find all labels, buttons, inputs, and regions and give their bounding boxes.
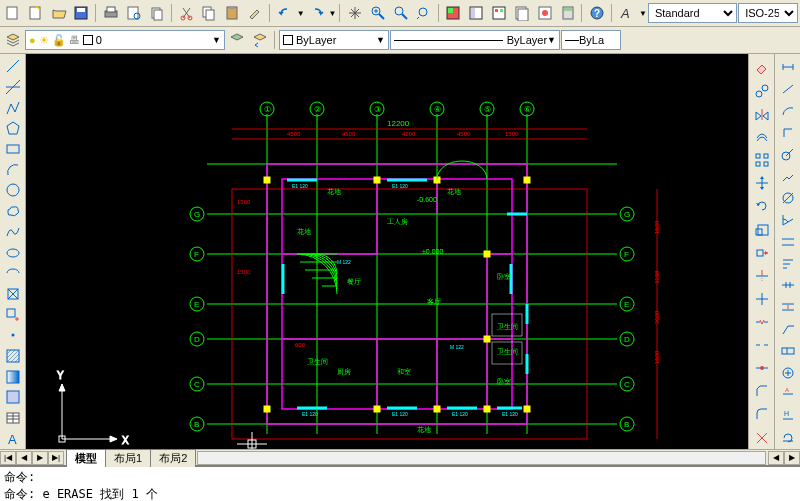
stretch-tool[interactable] (751, 242, 773, 263)
polygon-tool[interactable] (2, 119, 24, 138)
save-button[interactable] (70, 2, 92, 24)
markup-button[interactable] (534, 2, 556, 24)
match-button[interactable] (244, 2, 266, 24)
dim-linear-tool[interactable] (777, 57, 799, 77)
make-block-tool[interactable] (2, 305, 24, 324)
dim-quick-tool[interactable] (777, 232, 799, 252)
insert-block-tool[interactable] (2, 285, 24, 304)
tab-prev-button[interactable]: ◀ (16, 451, 32, 465)
zoom-prev-button[interactable] (413, 2, 435, 24)
dim-jogged-tool[interactable] (777, 166, 799, 186)
chamfer-tool[interactable] (751, 381, 773, 402)
lineweight-combo[interactable]: ByLa (561, 30, 621, 50)
array-tool[interactable] (751, 150, 773, 171)
tolerance-tool[interactable] (777, 341, 799, 361)
tool-palette-button[interactable] (488, 2, 510, 24)
move-tool[interactable] (751, 173, 773, 194)
linetype-dropdown-arrow[interactable]: ▼ (547, 35, 556, 45)
ellipse-arc-tool[interactable] (2, 264, 24, 283)
point-tool[interactable] (2, 326, 24, 345)
undo-dropdown[interactable]: ▼ (297, 9, 305, 18)
gradient-tool[interactable] (2, 367, 24, 386)
text-style-combo[interactable]: Standard (648, 3, 737, 23)
undo-button[interactable] (274, 2, 296, 24)
trim-tool[interactable] (751, 265, 773, 286)
new-button[interactable] (25, 2, 47, 24)
dim-ordinate-tool[interactable] (777, 122, 799, 142)
dim-continue-tool[interactable] (777, 275, 799, 295)
fillet-tool[interactable] (751, 404, 773, 425)
publish-button[interactable] (146, 2, 168, 24)
sheet-set-button[interactable] (511, 2, 533, 24)
open-button[interactable] (48, 2, 70, 24)
dim-baseline-tool[interactable] (777, 253, 799, 273)
properties-button[interactable] (443, 2, 465, 24)
preview-button[interactable] (123, 2, 145, 24)
spline-tool[interactable] (2, 223, 24, 242)
command-window[interactable]: 命令: 命令: e ERASE 找到 1 个 (0, 465, 800, 501)
dim-aligned-tool[interactable] (777, 79, 799, 99)
hatch-tool[interactable] (2, 347, 24, 366)
extend-tool[interactable] (751, 288, 773, 309)
erase-tool[interactable] (751, 57, 773, 78)
dim-arc-tool[interactable] (777, 101, 799, 121)
calc-button[interactable] (557, 2, 579, 24)
layer-prev-button[interactable] (249, 29, 271, 51)
mtext-tool[interactable]: A (2, 429, 24, 448)
ellipse-tool[interactable] (2, 243, 24, 262)
zoom-realtime-button[interactable] (367, 2, 389, 24)
model-viewport[interactable]: 12200 ① ② ③ ④ ⑤ ⑥ G F E D C B G F E D C … (26, 54, 748, 449)
dim-edit-tool[interactable]: A (777, 384, 799, 404)
hscroll-right[interactable]: ▶ (784, 451, 800, 465)
paste-button[interactable] (221, 2, 243, 24)
revcloud-tool[interactable] (2, 202, 24, 221)
color-combo[interactable]: ByLayer ▼ (279, 30, 389, 50)
mirror-tool[interactable] (751, 103, 773, 124)
break-at-tool[interactable] (751, 335, 773, 356)
color-dropdown-arrow[interactable]: ▼ (376, 35, 385, 45)
dim-style-combo[interactable]: ISO-25 (738, 3, 798, 23)
line-tool[interactable] (2, 57, 24, 76)
dim-diameter-tool[interactable] (777, 188, 799, 208)
pan-button[interactable] (344, 2, 366, 24)
help-button[interactable]: ? (586, 2, 608, 24)
layer-states-button[interactable] (226, 29, 248, 51)
tab-first-button[interactable]: |◀ (0, 451, 16, 465)
print-button[interactable] (100, 2, 122, 24)
linetype-combo[interactable]: ByLayer ▼ (390, 30, 560, 50)
hscroll-track[interactable] (197, 451, 766, 465)
leader-tool[interactable] (777, 319, 799, 339)
pline-tool[interactable] (2, 98, 24, 117)
rectangle-tool[interactable] (2, 140, 24, 159)
cut-button[interactable] (176, 2, 198, 24)
tab-last-button[interactable]: ▶| (48, 451, 64, 465)
redo-button[interactable] (306, 2, 328, 24)
explode-tool[interactable] (751, 427, 773, 448)
model-tab[interactable]: 模型 (66, 449, 106, 467)
copy-button[interactable] (198, 2, 220, 24)
dim-text-edit-tool[interactable]: H (777, 406, 799, 426)
zoom-window-button[interactable] (390, 2, 412, 24)
hscroll-left[interactable]: ◀ (768, 451, 784, 465)
rotate-tool[interactable] (751, 196, 773, 217)
tab-next-button[interactable]: ▶ (32, 451, 48, 465)
layout2-tab[interactable]: 布局2 (150, 449, 196, 467)
layer-manager-button[interactable] (2, 29, 24, 51)
center-mark-tool[interactable] (777, 363, 799, 383)
circle-tool[interactable] (2, 181, 24, 200)
join-tool[interactable] (751, 358, 773, 379)
table-tool[interactable] (2, 409, 24, 428)
break-tool[interactable] (751, 311, 773, 332)
scale-tool[interactable] (751, 219, 773, 240)
textstyle-icon[interactable]: A (616, 2, 638, 24)
copy-tool[interactable] (751, 80, 773, 101)
textstyle-arrow[interactable]: ▼ (639, 9, 647, 18)
dim-space-tool[interactable] (777, 297, 799, 317)
dim-update-tool[interactable] (777, 428, 799, 448)
region-tool[interactable] (2, 388, 24, 407)
xline-tool[interactable] (2, 78, 24, 97)
design-center-button[interactable] (465, 2, 487, 24)
offset-tool[interactable] (751, 126, 773, 147)
layer-combo[interactable]: ● ☀ 🔓 🖶 0 ▼ (25, 30, 225, 50)
dim-angular-tool[interactable] (777, 210, 799, 230)
